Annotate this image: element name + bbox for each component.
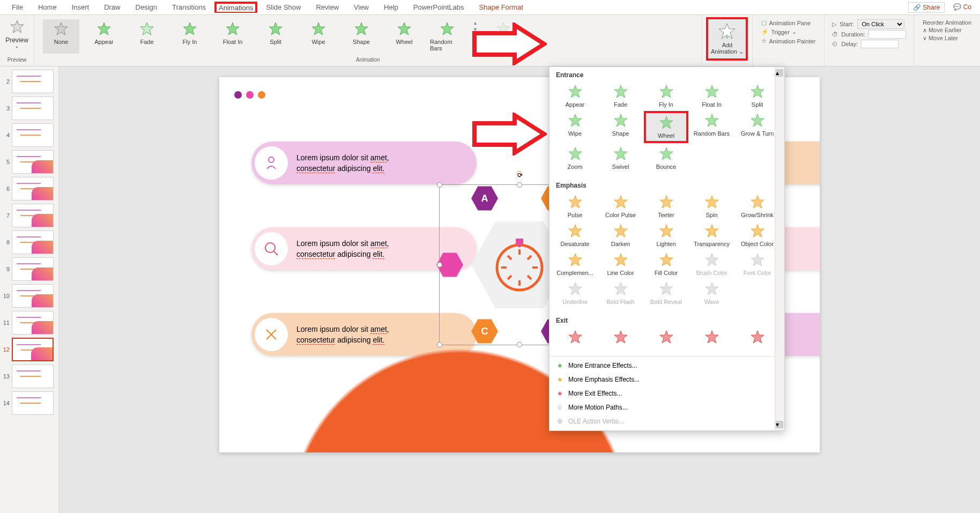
- dd-item-split[interactable]: Split: [735, 82, 779, 110]
- dd-item-fill-color[interactable]: Fill Color: [644, 250, 688, 278]
- duration-label: Duration:: [841, 31, 865, 38]
- thumbnail-slide[interactable]: 9: [2, 257, 56, 281]
- trigger-button[interactable]: ⚡Trigger ⌄: [761, 28, 815, 35]
- dd-item-fly-in[interactable]: Fly In: [644, 82, 688, 110]
- dd-item-line-color[interactable]: Line Color: [598, 250, 643, 278]
- dd-item-wipe[interactable]: Wipe: [553, 111, 597, 143]
- dd-item-exit[interactable]: [735, 328, 779, 346]
- dropdown-scrollbar[interactable]: ▴▾: [775, 67, 784, 430]
- thumbnail-slide[interactable]: 10: [2, 284, 56, 308]
- add-animation-button[interactable]: + AddAnimation ⌄: [706, 17, 748, 61]
- dd-item-bounce[interactable]: Bounce: [644, 144, 688, 172]
- dd-item-grow-shrink[interactable]: Grow/Shrink: [735, 192, 779, 220]
- tab-review[interactable]: Review: [308, 1, 346, 13]
- more-entrance-button[interactable]: ★More Entrance Effects...: [550, 359, 784, 373]
- more-emphasis-button[interactable]: ★More Emphasis Effects...: [550, 373, 784, 386]
- dd-item-lighten[interactable]: Lighten: [644, 221, 688, 249]
- dd-item-grow-turn[interactable]: Grow & Turn: [735, 111, 779, 143]
- delay-input[interactable]: [861, 40, 899, 48]
- dd-item-zoom[interactable]: Zoom: [553, 144, 597, 172]
- anim-flyin[interactable]: Fly In: [172, 19, 208, 54]
- thumbnail-slide[interactable]: 3: [2, 96, 56, 120]
- start-select[interactable]: On Click: [857, 19, 904, 29]
- preview-button[interactable]: Preview ⌄: [0, 17, 35, 51]
- dd-item-fade[interactable]: Fade: [598, 82, 643, 110]
- more-motion-button[interactable]: ☆More Motion Paths...: [550, 400, 784, 414]
- tab-design[interactable]: Design: [128, 1, 165, 13]
- dd-item-darken[interactable]: Darken: [598, 221, 643, 249]
- thumbnail-slide[interactable]: 5: [2, 150, 56, 174]
- tab-draw[interactable]: Draw: [96, 1, 128, 13]
- tab-home[interactable]: Home: [31, 1, 64, 13]
- dd-item-object-color[interactable]: Object Color: [735, 221, 779, 249]
- dd-item-teeter[interactable]: Teeter: [644, 192, 688, 220]
- dd-item-exit[interactable]: [689, 328, 734, 346]
- dd-item-appear[interactable]: Appear: [553, 82, 597, 110]
- anim-randombars[interactable]: Random Bars: [429, 19, 465, 54]
- thumbnail-slide[interactable]: 2: [2, 70, 56, 93]
- slide-thumbnails[interactable]: 234567891011121314: [0, 66, 59, 513]
- dd-item-pulse[interactable]: Pulse: [553, 192, 597, 220]
- svg-text:+: +: [725, 34, 729, 40]
- animation-painter-button[interactable]: ☆Animation Painter: [761, 38, 815, 44]
- dd-item-float-in[interactable]: Float In: [689, 82, 734, 110]
- move-later-button[interactable]: ∨ Move Later: [923, 35, 971, 42]
- share-button[interactable]: 🔗 Share: [908, 2, 945, 13]
- anim-wheel[interactable]: Wheel: [386, 19, 422, 54]
- thumbnail-slide[interactable]: 12: [2, 338, 56, 361]
- animation-gallery[interactable]: None Appear Fade Fly In Float In Split W…: [39, 17, 697, 56]
- anim-wipe[interactable]: Wipe: [300, 19, 337, 54]
- thumbnail-slide[interactable]: 14: [2, 391, 56, 415]
- thumbnail-slide[interactable]: 11: [2, 311, 56, 334]
- svg-marker-32: [751, 85, 764, 98]
- dd-item-exit[interactable]: [553, 328, 597, 346]
- tab-file[interactable]: File: [4, 1, 31, 13]
- tab-transitions[interactable]: Transitions: [165, 1, 213, 13]
- thumbnail-slide[interactable]: 7: [2, 204, 56, 227]
- dd-item-random-bars[interactable]: Random Bars: [689, 111, 734, 143]
- svg-marker-61: [614, 331, 627, 343]
- dd-item-exit[interactable]: [644, 328, 688, 346]
- anim-floatin[interactable]: Float In: [214, 19, 251, 54]
- tab-slideshow[interactable]: Slide Show: [258, 1, 308, 13]
- rotate-handle[interactable]: ⟳: [517, 171, 522, 176]
- tab-insert[interactable]: Insert: [64, 1, 97, 13]
- dd-item-desaturate[interactable]: Desaturate: [553, 221, 597, 249]
- duration-input[interactable]: [868, 30, 906, 39]
- more-exit-button[interactable]: ★More Exit Effects...: [550, 386, 784, 400]
- dd-item-shape[interactable]: Shape: [598, 111, 643, 143]
- animation-pane-button[interactable]: ▢Animation Pane: [761, 19, 815, 26]
- anim-shape[interactable]: Shape: [343, 19, 380, 54]
- svg-marker-0: [11, 20, 24, 33]
- dd-item-exit[interactable]: [598, 328, 643, 346]
- anim-split[interactable]: Split: [257, 19, 294, 54]
- svg-marker-53: [660, 254, 673, 266]
- thumbnail-slide[interactable]: 8: [2, 231, 56, 254]
- svg-marker-43: [660, 196, 673, 208]
- tab-help[interactable]: Help: [376, 1, 406, 13]
- tab-pptlabs[interactable]: PowerPointLabs: [406, 1, 472, 13]
- thumbnail-slide[interactable]: 4: [2, 123, 56, 147]
- tab-shapeformat[interactable]: Shape Format: [471, 1, 530, 13]
- thumbnail-slide[interactable]: 13: [2, 365, 56, 388]
- dd-item-wheel[interactable]: Wheel: [644, 111, 688, 143]
- move-earlier-button[interactable]: ∧ Move Earlier: [923, 27, 971, 34]
- dd-item-transparency[interactable]: Transparency: [689, 221, 734, 249]
- tab-view[interactable]: View: [346, 1, 376, 13]
- pill-top-left: Lorem ipsum dolor sit amet, consectetur …: [251, 142, 477, 184]
- anim-none[interactable]: None: [43, 19, 79, 54]
- thumbnail-slide[interactable]: 6: [2, 177, 56, 200]
- anim-fade[interactable]: Fade: [129, 19, 165, 54]
- dd-item-complemen-[interactable]: Complemen...: [553, 250, 597, 278]
- tab-bar: File Home Insert Draw Design Transitions…: [0, 0, 980, 15]
- comments-button[interactable]: 💬 Co: [949, 2, 976, 13]
- svg-marker-33: [569, 114, 582, 127]
- svg-marker-2: [98, 23, 110, 35]
- anim-appear[interactable]: Appear: [86, 19, 122, 54]
- dd-item-color-pulse[interactable]: Color Pulse: [598, 192, 643, 220]
- tab-animations[interactable]: Animations: [214, 2, 257, 13]
- svg-marker-37: [751, 114, 764, 127]
- dd-item-swivel[interactable]: Swivel: [598, 144, 643, 172]
- dd-item-spin[interactable]: Spin: [689, 192, 734, 220]
- dd-item-bold-flash: Bold Flash: [598, 279, 643, 307]
